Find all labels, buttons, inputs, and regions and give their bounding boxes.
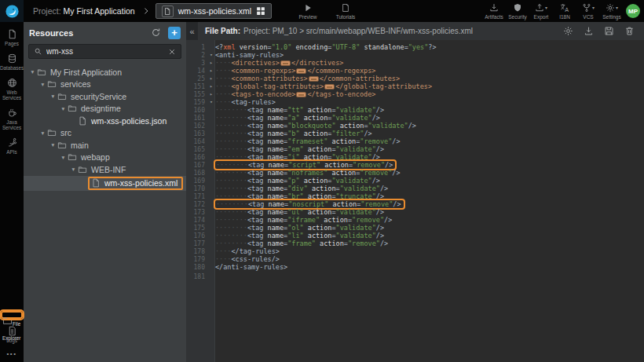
settings-button[interactable] xyxy=(563,26,573,36)
avatar[interactable]: MP xyxy=(626,4,640,18)
topbar-action-label: Tutorials xyxy=(336,14,356,20)
svg-text:A: A xyxy=(565,6,569,13)
clear-search-icon[interactable] xyxy=(168,48,176,56)
logo-icon xyxy=(5,4,20,19)
fold-toggle-icon[interactable]: ▾ xyxy=(207,51,215,59)
topbar-action-vcs[interactable]: ▾VCS xyxy=(576,0,600,22)
chevron-right-icon[interactable] xyxy=(142,7,150,15)
search-input[interactable] xyxy=(46,47,164,56)
tree-item-wm-xss-policies-xml[interactable]: wm-xss-policies.xml xyxy=(24,176,186,191)
code-line-164[interactable]: 164········<tag name="frameset" action="… xyxy=(186,137,644,145)
chevron-down-icon[interactable]: ▾ xyxy=(38,81,47,88)
code-line-171[interactable]: 171········<tag name="br" action="trunca… xyxy=(186,192,644,200)
folded-region-badge[interactable] xyxy=(309,76,319,82)
code-line-167[interactable]: 167········<tag name="script" action="re… xyxy=(186,161,644,169)
code-line-151[interactable]: 151▸····<global-tag-attributes></global-… xyxy=(186,82,644,90)
code-line-159[interactable]: 159▾····<tag-rules> xyxy=(186,98,644,106)
tree-item-src[interactable]: ▾src xyxy=(24,127,186,140)
sidebar-bottom-group: File ExplorerLogs ••• xyxy=(0,311,24,357)
sidebar-item-file-explorer[interactable]: File Explorer xyxy=(1,311,23,319)
resources-title: Resources xyxy=(29,28,151,38)
web-services-icon xyxy=(7,78,17,88)
tree-item-services[interactable]: ▾services xyxy=(24,79,186,91)
code-line-166[interactable]: 166········<tag name="i" action="validat… xyxy=(186,153,644,161)
code-line-25[interactable]: 25▸····<common-attributes></common-attri… xyxy=(186,75,644,82)
topbar-action-settings[interactable]: ▾Settings xyxy=(600,0,624,22)
code-line-173[interactable]: 173········<tag name="ul" action="valida… xyxy=(186,208,644,216)
sidebar-item-web-services[interactable]: Web Services xyxy=(0,78,24,101)
fold-toggle-icon[interactable]: ▾ xyxy=(207,98,215,106)
topbar-action-security[interactable]: Security xyxy=(506,0,529,22)
code-line-160[interactable]: 160········<tag name="tt" action="valida… xyxy=(186,106,644,114)
save-button[interactable] xyxy=(604,26,614,36)
chevron-down-icon[interactable]: ▾ xyxy=(49,93,57,100)
code-line-174[interactable]: 174········<tag name="iframe" action="re… xyxy=(186,216,644,224)
folder-icon xyxy=(68,104,77,113)
fold-toggle-icon[interactable]: ▸ xyxy=(207,90,215,98)
databases-icon xyxy=(7,53,17,64)
topbar-action-i18n[interactable]: AI18N xyxy=(553,0,576,22)
code-line-169[interactable]: 169········<tag name="p" action="validat… xyxy=(186,177,644,185)
tree-item-webapp[interactable]: ▾webapp xyxy=(24,152,186,164)
code-line-172[interactable]: 172········<tag name="noscript" action="… xyxy=(186,200,644,208)
topbar-action-preview[interactable]: Preview xyxy=(289,0,327,22)
sidebar-item-logs[interactable]: Logs xyxy=(0,326,24,343)
tree-item-web-inf[interactable]: ▾WEB-INF xyxy=(24,163,186,176)
tree-item-wm-xss-policies-json[interactable]: wm-xss-policies.json xyxy=(24,115,186,127)
code-line-2[interactable]: 2▾<anti-samy-rules> xyxy=(186,51,644,59)
add-resource-button[interactable]: + xyxy=(168,27,181,39)
sidebar-item-pages[interactable]: Pages xyxy=(0,29,24,46)
folded-region-badge[interactable] xyxy=(296,68,306,74)
code-line-178[interactable]: 178····</tag-rules> xyxy=(186,247,644,255)
folded-region-badge[interactable] xyxy=(324,84,335,90)
code-line-179[interactable]: 179····<css-rules/> xyxy=(186,255,644,263)
folded-region-badge[interactable] xyxy=(280,60,291,66)
chevron-down-icon[interactable]: ▾ xyxy=(38,130,47,137)
code-line-162[interactable]: 162········<tag name="blockquote" action… xyxy=(186,122,644,130)
code-line-14[interactable]: 14▸····<common-regexps></common-regexps> xyxy=(186,67,644,75)
code-line-175[interactable]: 175········<tag name="ol" action="valida… xyxy=(186,224,644,232)
fold-toggle-icon[interactable]: ▸ xyxy=(207,82,215,90)
code-line-165[interactable]: 165········<tag name="em" action="valida… xyxy=(186,145,644,153)
topbar-action-artifacts[interactable]: Artifacts xyxy=(482,0,506,22)
tree-item-designtime[interactable]: ▾designtime xyxy=(24,103,186,115)
wavemaker-studio-window: Project:My First Application wm-xss-poli… xyxy=(0,0,644,362)
code-editor[interactable]: 1<?xml version="1.0" encoding="UTF-8" st… xyxy=(186,40,644,362)
download-button[interactable] xyxy=(584,26,594,36)
topbar-action-tutorials[interactable]: Tutorials xyxy=(327,0,364,22)
chevron-down-icon[interactable]: ▾ xyxy=(28,68,37,75)
code-line-1[interactable]: 1<?xml version="1.0" encoding="UTF-8" st… xyxy=(186,43,644,51)
collapse-panel-button[interactable]: « xyxy=(186,22,198,40)
tree-item-securityservice[interactable]: ▾securityService xyxy=(24,90,186,103)
folded-region-badge[interactable] xyxy=(296,92,306,97)
chevron-down-icon[interactable]: ▾ xyxy=(49,141,57,148)
code-line-177[interactable]: 177········<tag name="frame" action="rem… xyxy=(186,240,644,247)
code-line-155[interactable]: 155▸····<tags-to-encode></tags-to-encode… xyxy=(186,90,644,98)
delete-button[interactable] xyxy=(624,26,635,36)
code-line-180[interactable]: 180</anti-samy-rules> xyxy=(186,263,644,271)
fold-toggle-icon[interactable]: ▸ xyxy=(207,75,215,82)
app-logo[interactable] xyxy=(0,0,24,22)
sidebar-item-java-services[interactable]: Java Services xyxy=(0,108,24,130)
sidebar-item-databases[interactable]: Databases xyxy=(0,53,24,71)
chevron-down-icon[interactable]: ▾ xyxy=(69,166,78,173)
chevron-down-icon[interactable]: ▾ xyxy=(59,154,68,161)
code-line-161[interactable]: 161········<tag name="a" action="validat… xyxy=(186,114,644,122)
code-line-176[interactable]: 176········<tag name="li" action="valida… xyxy=(186,232,644,240)
topbar-action-export[interactable]: ▾Export xyxy=(529,0,553,22)
code-line-181[interactable]: 181 xyxy=(186,271,644,279)
tree-item-main[interactable]: ▾main xyxy=(24,139,186,152)
code-line-163[interactable]: 163········<tag name="b" action="filter"… xyxy=(186,130,644,137)
open-file-tab[interactable]: wm-xss-policies.xml xyxy=(156,3,272,19)
more-menu-button[interactable]: ••• xyxy=(7,350,17,357)
tree-item-my-first-application[interactable]: ▾My First Application xyxy=(24,66,186,79)
grid-icon[interactable] xyxy=(256,6,265,16)
code-line-170[interactable]: 170········<tag name="div" action="valid… xyxy=(186,185,644,192)
chevron-down-icon[interactable]: ▾ xyxy=(59,105,68,112)
code-line-3[interactable]: 3▸····<directives></directives> xyxy=(186,59,644,67)
code-line-168[interactable]: 168········<tag name="noframes" action="… xyxy=(186,169,644,177)
fold-toggle-icon[interactable]: ▸ xyxy=(207,59,215,67)
sidebar-item-apis[interactable]: APIs xyxy=(0,137,24,155)
refresh-icon[interactable] xyxy=(151,27,161,38)
fold-toggle-icon[interactable]: ▸ xyxy=(207,67,215,75)
